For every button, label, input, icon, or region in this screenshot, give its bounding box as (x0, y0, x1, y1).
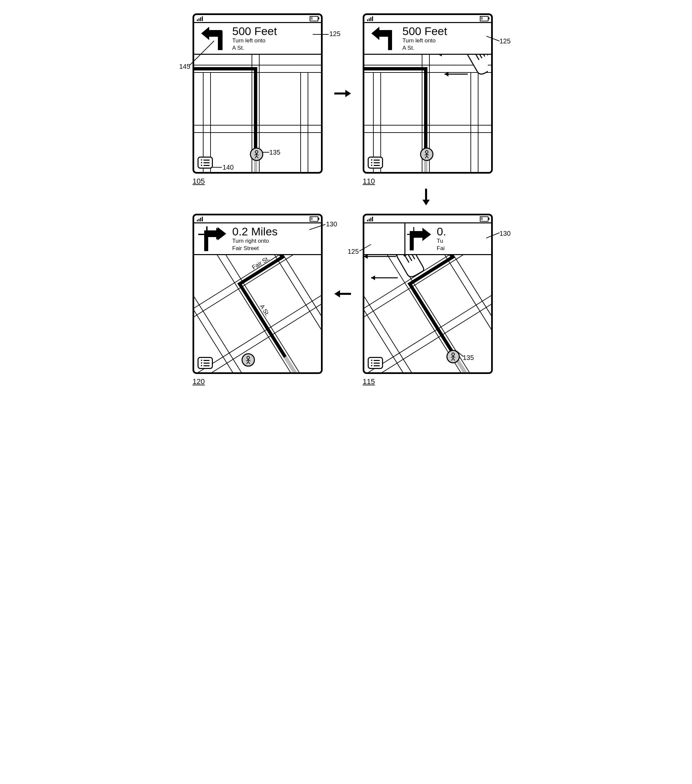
ref-140: 140 (222, 164, 233, 171)
signal-icon (197, 217, 203, 221)
svg-rect-15 (364, 132, 491, 133)
svg-point-11 (255, 151, 258, 153)
signal-icon (367, 217, 373, 221)
svg-marker-61 (345, 90, 351, 97)
map-view[interactable] (194, 55, 321, 172)
svg-line-66 (189, 41, 214, 66)
list-button[interactable] (197, 357, 213, 369)
svg-marker-27 (444, 72, 449, 76)
svg-rect-8 (300, 72, 301, 172)
instruction-line-1: Turn left onto (403, 37, 491, 44)
instruction-line-1: Turn left onto (232, 37, 321, 44)
instruction-line-2: A St. (403, 45, 491, 51)
battery-icon (310, 216, 318, 222)
ref-125-c: 125 (348, 248, 359, 255)
svg-marker-25 (438, 55, 442, 56)
stage-label-105: 105 (192, 177, 205, 186)
svg-line-69 (359, 244, 371, 251)
stage-110: 500 Feet Turn left onto A St. (363, 13, 493, 174)
status-bar (194, 15, 321, 23)
svg-rect-2 (194, 125, 321, 125)
turn-right-arrow-icon (407, 227, 434, 250)
distance-text: 0.2 Miles (232, 226, 321, 237)
svg-line-68 (309, 224, 325, 230)
stage-115: 00 Feet n left onto t. 0. Tu (363, 214, 493, 374)
stage-120: 0.2 Miles Turn right onto Fair Street (192, 214, 323, 374)
turn-right-arrow-icon (194, 223, 231, 254)
svg-marker-43 (364, 255, 368, 259)
location-puck-icon (242, 353, 255, 367)
location-puck-icon (250, 148, 263, 161)
stage-label-120: 120 (192, 377, 205, 386)
svg-marker-65 (334, 290, 340, 298)
distance-frag-b: 0. (437, 226, 491, 237)
signal-icon (197, 16, 203, 21)
svg-line-71 (456, 351, 464, 357)
status-bar (194, 215, 321, 223)
stage-105: 500 Feet Turn left onto A St. (192, 13, 323, 174)
flow-arrow-right-icon (333, 87, 353, 100)
patent-figure: 500 Feet Turn left onto A St. (179, 13, 513, 391)
location-puck-icon (420, 148, 434, 161)
svg-line-70 (486, 233, 500, 238)
battery-icon (310, 16, 318, 21)
distance-text: 500 Feet (232, 25, 321, 37)
ref-130: 130 (326, 221, 337, 228)
instruction-line-2: Fair Street (232, 245, 321, 252)
svg-point-59 (247, 356, 250, 359)
list-button[interactable] (368, 156, 383, 169)
nav-banner[interactable]: 500 Feet Turn left onto A St. (364, 23, 491, 55)
battery-icon (480, 216, 488, 222)
turn-left-arrow-icon (364, 23, 401, 54)
swipe-finger-icon (434, 55, 488, 102)
battery-icon (480, 16, 488, 21)
status-bar (364, 15, 491, 23)
svg-rect-3 (194, 132, 321, 133)
map-svg-diag: Fair St. A St. (194, 255, 321, 372)
status-bar (364, 215, 491, 223)
instr-frag-b2: Fai (437, 245, 491, 252)
flow-arrow-left-icon (333, 287, 353, 300)
svg-line-67 (486, 36, 500, 41)
ref-145: 145 (179, 63, 190, 71)
nav-banner-transition[interactable]: 00 Feet n left onto t. 0. Tu (364, 223, 491, 255)
nav-banner[interactable]: 0.2 Miles Turn right onto Fair Street (194, 223, 321, 255)
list-button[interactable] (368, 357, 383, 369)
stage-label-110: 110 (363, 177, 375, 186)
map-view[interactable] (364, 55, 491, 172)
instr-frag-a1: n left onto (364, 238, 404, 244)
svg-rect-51 (194, 281, 321, 372)
flow-arrow-down-icon (419, 187, 433, 207)
svg-point-23 (426, 151, 428, 153)
street-label-fair: Fair St. (251, 255, 271, 271)
distance-text: 500 Feet (403, 25, 491, 37)
svg-rect-9 (307, 72, 308, 172)
list-button[interactable] (197, 156, 213, 169)
stage-label-115: 115 (363, 377, 375, 386)
distance-frag-a: 00 Feet (364, 226, 404, 237)
svg-rect-1 (194, 72, 321, 73)
signal-icon (367, 16, 373, 21)
map-view[interactable]: Fair St. A St. (194, 255, 321, 372)
svg-rect-50 (194, 275, 321, 372)
instruction-line-1: Turn right onto (232, 238, 321, 244)
svg-marker-63 (422, 200, 430, 205)
ref-125: 125 (329, 30, 340, 38)
swipe-finger-icon (364, 255, 428, 306)
ref-135: 135 (269, 148, 280, 156)
svg-rect-14 (364, 125, 491, 125)
instruction-line-2: A St. (232, 45, 321, 51)
svg-point-41 (452, 353, 454, 356)
svg-marker-45 (371, 275, 375, 280)
instr-frag-b1: Tu (437, 238, 491, 244)
